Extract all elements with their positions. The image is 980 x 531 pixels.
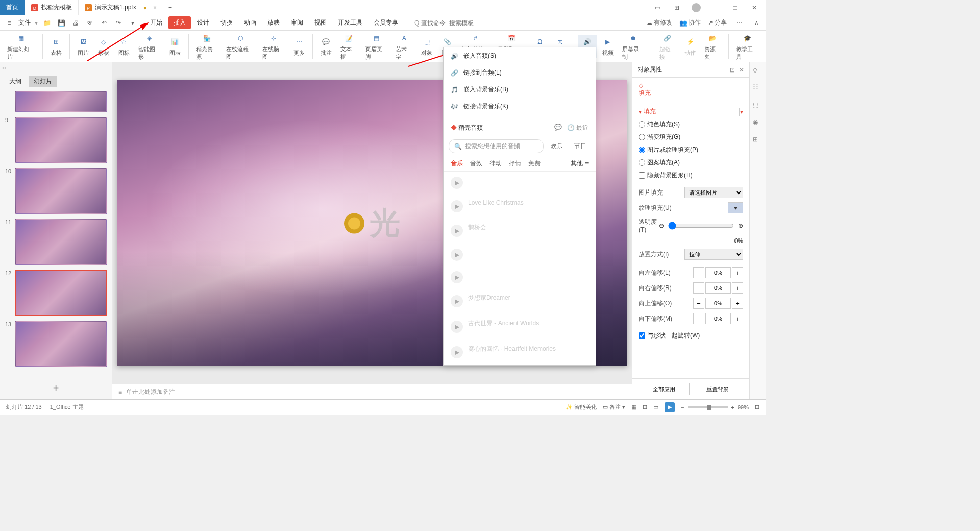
track-item[interactable]: ▶ xyxy=(444,172,596,194)
command-search[interactable]: Q xyxy=(414,19,482,27)
track-item[interactable]: ▶ xyxy=(444,266,596,288)
menu-tab-transition[interactable]: 切换 xyxy=(215,16,238,29)
zoom-in[interactable]: + xyxy=(731,404,734,411)
save-icon[interactable]: 💾 xyxy=(56,18,66,28)
offset-left-input[interactable] xyxy=(705,267,731,278)
zoom-value[interactable]: 99% xyxy=(738,404,749,411)
cat-rhythm[interactable]: 律动 xyxy=(489,159,502,168)
fit-icon[interactable]: ⊡ xyxy=(755,404,760,411)
feedback-icon[interactable]: 💬 xyxy=(554,124,562,132)
slides-tab[interactable]: 幻灯片 xyxy=(29,76,57,87)
cat-music[interactable]: 音乐 xyxy=(451,159,463,168)
track-item[interactable]: ▶Love Like Christmas xyxy=(444,194,596,218)
more-qat-icon[interactable]: ▾ xyxy=(128,18,138,28)
rail-btn-3[interactable]: ⬚ xyxy=(753,101,763,111)
ribbon-icons[interactable]: ☆图标 xyxy=(115,35,133,58)
pending-changes[interactable]: ☁ 有修改 xyxy=(646,18,672,27)
fill-section-title[interactable]: ▾ 填充 ▾ xyxy=(639,107,743,116)
offset-down-dec[interactable]: − xyxy=(693,313,704,324)
ribbon-resource[interactable]: 📂资源夹 xyxy=(701,31,724,62)
dd-link-audio[interactable]: 🔗链接到音频(L) xyxy=(444,64,596,81)
slide-thumb[interactable]: 10 xyxy=(5,168,107,214)
slide-thumb[interactable]: 12 xyxy=(5,270,107,316)
ribbon-flowchart[interactable]: ⬡在线流程图 xyxy=(223,31,257,62)
texture-btn[interactable]: ▾ xyxy=(728,202,743,213)
opacity-slider[interactable] xyxy=(668,222,734,230)
rail-btn-2[interactable]: ☷ xyxy=(753,84,763,94)
redo-icon[interactable]: ↷ xyxy=(113,18,124,28)
check-rotate[interactable]: 与形状一起旋转(W) xyxy=(639,331,743,340)
offset-right-inc[interactable]: + xyxy=(732,282,743,294)
dd-embed-bgm[interactable]: 🎵嵌入背景音乐(B) xyxy=(444,81,596,98)
slide-list[interactable]: 9 10 11 12 13 xyxy=(0,89,112,377)
apps-icon[interactable]: ⊞ xyxy=(670,1,684,15)
print-icon[interactable]: 🖨 xyxy=(70,18,81,28)
offset-up-input[interactable] xyxy=(705,298,731,309)
offset-up-dec[interactable]: − xyxy=(693,298,704,309)
check-hide-bg[interactable]: 隐藏背景图形(H) xyxy=(639,171,743,180)
ribbon-object[interactable]: ⬚对象 xyxy=(418,35,436,58)
dd-track-list[interactable]: ▶ ▶Love Like Christmas ▶鹊桥会 ▶ ▶ ▶梦想家Drea… xyxy=(444,172,596,365)
menu-tab-start[interactable]: 开始 xyxy=(145,16,167,29)
cat-lyric[interactable]: 抒情 xyxy=(509,159,521,168)
avatar-icon[interactable] xyxy=(689,1,703,15)
track-item[interactable]: ▶鹊桥会 xyxy=(444,218,596,244)
track-item[interactable]: ▶窝心的回忆 - Heartfelt Memories xyxy=(444,340,596,365)
zoom-out[interactable]: − xyxy=(681,404,684,411)
offset-right-dec[interactable]: − xyxy=(693,282,704,294)
ribbon-shapes[interactable]: ◇形状 xyxy=(94,35,113,58)
radio-solid[interactable]: 纯色填充(S) xyxy=(639,120,743,129)
fill-preview[interactable] xyxy=(739,108,740,116)
play-icon[interactable]: ▶ xyxy=(451,271,463,283)
cat-more[interactable]: 其他 ≡ xyxy=(571,159,589,168)
offset-left-inc[interactable]: + xyxy=(732,267,743,278)
offset-left-dec[interactable]: − xyxy=(693,267,704,278)
play-icon[interactable]: ▶ xyxy=(451,321,463,333)
slide-thumb[interactable] xyxy=(5,91,107,112)
track-item[interactable]: ▶ xyxy=(444,244,596,266)
preview-icon[interactable]: 👁 xyxy=(85,18,95,28)
menu-tab-dev[interactable]: 开发工具 xyxy=(333,16,368,29)
add-slide-button[interactable]: + xyxy=(0,377,112,399)
ribbon-chart[interactable]: 📊图表 xyxy=(166,35,184,58)
tab-add[interactable]: + xyxy=(163,4,177,11)
recent-icon[interactable]: 🕐 最近 xyxy=(567,124,589,132)
undo-icon[interactable]: ↶ xyxy=(99,18,109,28)
ribbon-mindmap[interactable]: ⊹在线脑图 xyxy=(259,31,288,62)
play-icon[interactable]: ▶ xyxy=(451,346,463,358)
ribbon-new-slide[interactable]: ▦新建幻灯片 xyxy=(4,31,38,62)
play-icon[interactable]: ▶ xyxy=(451,200,463,212)
collab-button[interactable]: 👥 协作 xyxy=(679,18,701,27)
ribbon-screen-rec[interactable]: ⏺屏幕录制 xyxy=(619,31,648,62)
close-window-button[interactable]: ✕ xyxy=(747,1,762,15)
opacity-plus[interactable]: ⊕ xyxy=(738,222,743,229)
dd-link-bgm[interactable]: 🎶链接背景音乐(K) xyxy=(444,98,596,115)
minimize-button[interactable]: — xyxy=(708,1,723,15)
radio-picture[interactable]: 图片或纹理填充(P) xyxy=(639,146,743,154)
notes-placeholder[interactable]: 单击此处添加备注 xyxy=(126,388,175,396)
cat-sfx[interactable]: 音效 xyxy=(470,159,482,168)
ribbon-more[interactable]: ⋯更多 xyxy=(290,35,308,58)
chip-festival[interactable]: 节日 xyxy=(570,140,591,152)
maximize-button[interactable]: □ xyxy=(728,1,742,15)
radio-gradient[interactable]: 渐变填充(G) xyxy=(639,133,743,141)
outline-tab[interactable]: 大纲 xyxy=(4,76,27,87)
offset-right-input[interactable] xyxy=(705,282,731,294)
rail-btn-1[interactable]: ◇ xyxy=(753,66,763,77)
ribbon-picture[interactable]: 🖼图片 xyxy=(74,35,92,58)
ribbon-comment[interactable]: 💬批注 xyxy=(317,35,335,58)
ribbon-smartart[interactable]: ◈智能图形 xyxy=(135,31,164,62)
share-button[interactable]: ↗ 分享 xyxy=(708,18,727,27)
layout-icon[interactable]: ▭ xyxy=(650,1,665,15)
offset-down-inc[interactable]: + xyxy=(732,313,743,324)
ribbon-table[interactable]: ⊞表格 xyxy=(47,35,65,58)
offset-down-input[interactable] xyxy=(705,313,731,324)
notes-bar[interactable]: ≡ 单击此处添加备注 xyxy=(112,384,632,399)
play-icon[interactable]: ▶ xyxy=(451,249,463,261)
menu-tab-animation[interactable]: 动画 xyxy=(239,16,261,29)
opacity-minus[interactable]: ⊖ xyxy=(659,222,664,229)
tab-document[interactable]: P 演示文稿1.pptx ● × xyxy=(79,0,163,15)
status-beauty[interactable]: ✨ 智能美化 xyxy=(566,403,597,411)
menu-tab-design[interactable]: 设计 xyxy=(192,16,214,29)
slide-thumb[interactable]: 9 xyxy=(5,117,107,163)
